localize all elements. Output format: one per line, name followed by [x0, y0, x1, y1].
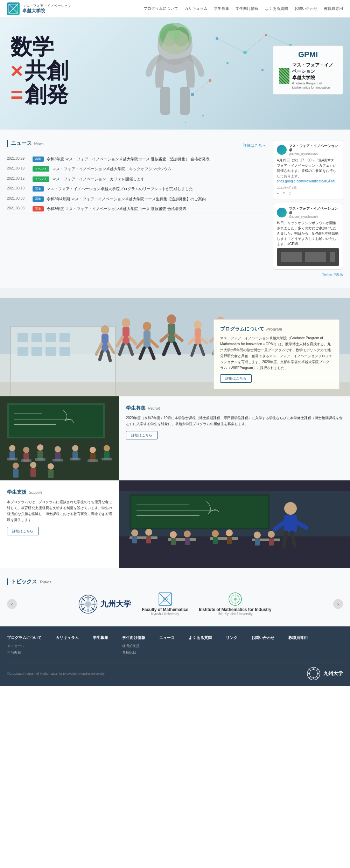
- svg-point-126: [284, 502, 297, 515]
- twitter-col: マス・フォア・イノベーション卓 @Gpmi_KyushuUniv 4月19日（水…: [273, 140, 343, 277]
- hero-figure-svg: [105, 18, 245, 130]
- nav-faq[interactable]: よくある質問: [265, 6, 288, 11]
- svg-rect-146: [227, 537, 232, 544]
- news-twitter-section: ニュース News 詳細はこちら 2021.03.29 募集 令和3年度 マス・…: [0, 130, 350, 288]
- svg-line-5: [266, 35, 290, 46]
- tweet-like-icon[interactable]: ♡: [288, 192, 292, 196]
- svg-point-148: [254, 532, 261, 539]
- svg-rect-144: [213, 537, 218, 544]
- logo-icon: [7, 2, 20, 15]
- tweet-retweet-icon[interactable]: ⇄: [283, 192, 285, 196]
- svg-rect-34: [281, 252, 302, 262]
- footer-link-support[interactable]: 経済的支援: [122, 644, 145, 648]
- news-badge-4: 募集: [33, 196, 44, 202]
- gpmi-org-main: マス・フォア・イノベーション: [292, 62, 337, 75]
- svg-rect-69: [168, 324, 175, 343]
- logo-text: マス・フォア・イノベーション 卓越大学院: [22, 4, 71, 14]
- tweet-meta-0: マス・フォア・イノベーション卓 @Gpmi_KyushuUniv: [289, 144, 339, 156]
- svg-rect-118: [48, 470, 54, 478]
- nav-recruit[interactable]: 学生募集: [214, 6, 229, 11]
- footer-col-student-title: 学生向け情報: [122, 635, 145, 640]
- svg-rect-127: [284, 515, 297, 532]
- news-text-2[interactable]: マス・フォア・イノベーション・カフェを開催します: [52, 176, 145, 182]
- svg-point-113: [13, 463, 19, 469]
- news-date-4: 2021.03.08: [7, 196, 30, 200]
- tweet-date-0: 2021年4月6日: [277, 186, 339, 190]
- svg-rect-45: [18, 347, 28, 356]
- support-detail-button[interactable]: 詳細はこちら: [7, 527, 38, 535]
- news-text-4[interactable]: 令和3年4月期 マス・フォア・イノベーション卓越大学院コース生募集【追加募集】の…: [47, 196, 206, 202]
- tweet-handle-1: @Gpmi_KyushuUniv: [289, 215, 339, 218]
- footer-link-records[interactable]: 各種記録: [122, 650, 145, 655]
- footer-bottom: ©Graduate Program of Mathematics for Inn…: [7, 662, 343, 681]
- logo-area: マス・フォア・イノベーション 卓越大学院: [7, 2, 71, 15]
- footer-col-curriculum-title: カリキュラム: [56, 635, 79, 640]
- tweet-meta-1: マス・フォア・イノベーション卓 @Gpmi_KyushuUniv: [289, 207, 339, 218]
- tweet-name-0: マス・フォア・イノベーション卓: [289, 144, 339, 152]
- svg-rect-57: [122, 327, 130, 345]
- news-text-1[interactable]: マス・フォア・イノベーション卓越大学院 キックオフシンポジウム: [52, 166, 172, 172]
- news-item-3: 2021.03.10 募集 マス・フォア・イノベーション卓越大学院プログラムのリ…: [7, 184, 266, 194]
- nav-about[interactable]: プログラムについて: [144, 6, 178, 11]
- recruit-detail-button[interactable]: 詳細はこちら: [126, 431, 158, 439]
- news-badge-2: イベント: [33, 176, 49, 182]
- footer-col-student-info: 学生向け情報 経済的支援 各種記録: [122, 635, 145, 655]
- topics-carousel: ‹: [7, 592, 343, 616]
- tweet-link-0[interactable]: sites.google.com/view/mficafe/#GPMI: [277, 179, 335, 183]
- svg-point-101: [55, 446, 61, 452]
- tweet-avatar-1: [277, 208, 287, 217]
- news-date-3: 2021.03.10: [7, 186, 30, 190]
- svg-rect-122: [131, 496, 268, 528]
- svg-point-115: [30, 462, 36, 468]
- tweet-reply-icon[interactable]: ↩: [277, 192, 280, 196]
- tweet-img-inner: [277, 248, 339, 266]
- footer-col-faculty: 教職員専用: [288, 635, 308, 655]
- footer-col-curriculum: カリキュラム: [56, 635, 79, 655]
- svg-point-133: [131, 529, 138, 536]
- main-nav: プログラムについて カリキュラム 学生募集 学生向け情報 よくある質問 お問い合…: [144, 6, 343, 11]
- news-badge-0: 募集: [33, 157, 44, 162]
- news-detail-link[interactable]: 詳細はこちら: [243, 143, 266, 148]
- recruit-section: 学生募集 Recruit 2020年度（令和2年度）10月に本学修士課程（博士前…: [0, 396, 350, 480]
- svg-rect-32: [180, 87, 190, 115]
- svg-rect-103: [52, 459, 63, 461]
- hero-kanji-line2: 共創: [25, 59, 68, 83]
- news-text-3[interactable]: マス・フォア・イノベーション卓越大学院プログラムのリーフレットが完成しました: [47, 186, 193, 192]
- svg-rect-41: [18, 333, 28, 342]
- topics-title: トピックス Topics: [7, 578, 343, 585]
- gpmi-org-sub2: 卓越大学院: [292, 75, 337, 81]
- news-item-2: 2021.03.12 イベント マス・フォア・イノベーション・カフェを開催します: [7, 174, 266, 184]
- news-date-5: 2021.03.08: [7, 206, 30, 210]
- carousel-prev-button[interactable]: ‹: [7, 599, 17, 609]
- svg-rect-112: [102, 458, 112, 460]
- recruit-image: [0, 396, 119, 480]
- nav-curriculum[interactable]: カリキュラム: [184, 6, 208, 11]
- nav-student-info[interactable]: 学生向け情報: [236, 6, 259, 11]
- svg-point-138: [170, 531, 177, 538]
- nav-faculty[interactable]: 教職員専用: [324, 6, 343, 11]
- program-box: プログラムについて Program マス・フォア・イノベーション卓越大学院（Gr…: [214, 319, 340, 389]
- footer-logo: 九州大学: [307, 667, 343, 681]
- tweet-actions-0: ↩ ⇄ ♡: [277, 192, 339, 196]
- support-description: 本プログラムでは、プログラムに選抜された学生のうち優秀な者に対して、教育研究支援…: [7, 499, 112, 523]
- twitter-more-link[interactable]: Twitterで表示: [273, 272, 343, 277]
- news-text-5[interactable]: 令和3年度 マス・フォア・イノベーション卓越大学院コース 選抜審査 合格者発表: [47, 206, 187, 211]
- program-detail-button[interactable]: 詳細はこちら: [220, 374, 252, 383]
- footer-col-contact: お問い合わせ: [251, 635, 274, 655]
- svg-rect-114: [13, 469, 19, 478]
- news-item-5: 2021.03.08 募集 令和3年度 マス・フォア・イノベーション卓越大学院コ…: [7, 204, 266, 214]
- support-box: 学生支援 Support 本プログラムでは、プログラムに選抜された学生のうち優秀…: [0, 480, 119, 568]
- footer-col-contact-title: お問い合わせ: [251, 635, 274, 640]
- carousel-next-button[interactable]: ›: [333, 599, 343, 609]
- topics-logos: 九州大学 Faculty of Mathematics Kyushu Unive…: [22, 592, 328, 616]
- support-title: 学生支援 Support: [7, 489, 112, 495]
- footer-link-message[interactable]: メッセージ: [7, 644, 42, 648]
- news-text-0[interactable]: 令和3年度 マス・フォア・イノベーション卓越大学院コース 選抜審査（追加募集） …: [47, 157, 210, 162]
- gpmi-logo-area: マス・フォア・イノベーション 卓越大学院 Graduate Program of…: [279, 62, 337, 90]
- support-title-en: Support: [29, 490, 42, 494]
- news-item-1: 2021.03.19 イベント マス・フォア・イノベーション卓越大学院 キックオ…: [7, 164, 266, 174]
- recruit-title-en: Recruit: [148, 406, 160, 410]
- svg-rect-151: [269, 539, 274, 546]
- nav-contact[interactable]: お問い合わせ: [294, 6, 317, 11]
- footer-link-teachers[interactable]: 担当教員: [7, 650, 42, 655]
